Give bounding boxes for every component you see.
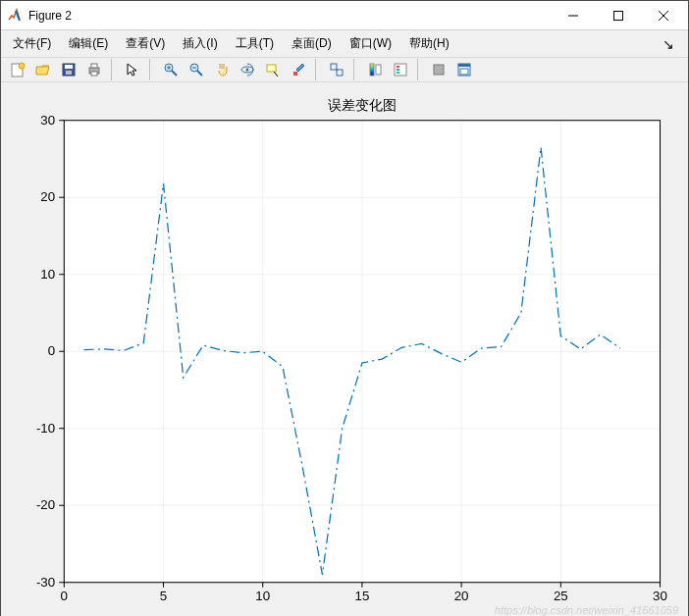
data-cursor-icon[interactable] xyxy=(261,58,285,81)
svg-text:-20: -20 xyxy=(36,497,55,512)
new-figure-icon[interactable] xyxy=(6,58,29,81)
svg-rect-27 xyxy=(376,65,381,75)
svg-rect-21 xyxy=(267,65,276,72)
menu-desktop[interactable]: 桌面(D) xyxy=(286,32,338,55)
svg-text:15: 15 xyxy=(355,589,370,603)
menu-window[interactable]: 窗口(W) xyxy=(344,32,398,55)
menu-edit[interactable]: 编辑(E) xyxy=(63,32,114,55)
close-button[interactable] xyxy=(641,1,686,30)
svg-rect-28 xyxy=(395,64,406,76)
brush-icon[interactable] xyxy=(287,58,310,81)
zoom-in-icon[interactable] xyxy=(159,58,183,81)
svg-text:20: 20 xyxy=(40,189,55,204)
svg-line-13 xyxy=(172,71,177,76)
menu-help[interactable]: 帮助(H) xyxy=(403,32,455,55)
toolbar-separator xyxy=(315,59,321,80)
minimize-button[interactable] xyxy=(551,1,596,30)
pointer-icon[interactable] xyxy=(121,58,144,81)
svg-text:30: 30 xyxy=(40,113,55,128)
svg-rect-32 xyxy=(434,65,444,75)
figure-window: Figure 2 文件(F) 编辑(E) 查看(V) 插入(I) 工具(T) 桌… xyxy=(0,0,689,616)
svg-rect-8 xyxy=(66,71,72,75)
svg-text:10: 10 xyxy=(255,589,270,603)
window-title: Figure 2 xyxy=(28,9,551,23)
toolbar-separator xyxy=(111,59,117,80)
insert-colorbar-icon[interactable] xyxy=(363,58,387,81)
svg-rect-26 xyxy=(370,64,374,76)
svg-text:30: 30 xyxy=(653,589,667,603)
open-icon[interactable] xyxy=(31,58,55,81)
svg-text:误差变化图: 误差变化图 xyxy=(328,97,397,113)
menu-insert[interactable]: 插入(I) xyxy=(177,32,223,55)
rotate-3d-icon[interactable] xyxy=(236,58,259,81)
toolbar-separator xyxy=(417,59,423,80)
svg-rect-1 xyxy=(614,11,623,20)
print-icon[interactable] xyxy=(82,58,106,81)
svg-point-20 xyxy=(246,69,249,72)
zoom-out-icon[interactable] xyxy=(185,58,208,81)
toolbar-separator xyxy=(353,59,359,80)
svg-rect-10 xyxy=(91,64,97,68)
svg-text:0: 0 xyxy=(48,343,55,358)
menu-overflow-icon[interactable]: ↘ xyxy=(655,36,682,52)
svg-text:25: 25 xyxy=(554,589,568,603)
link-icon[interactable] xyxy=(325,58,348,81)
title-bar: Figure 2 xyxy=(1,1,688,30)
dock-icon[interactable] xyxy=(452,58,476,81)
menu-tools[interactable]: 工具(T) xyxy=(230,32,280,55)
svg-rect-34 xyxy=(458,64,470,67)
menu-file[interactable]: 文件(F) xyxy=(7,32,57,55)
svg-line-25 xyxy=(336,69,338,71)
svg-text:-10: -10 xyxy=(36,421,55,436)
svg-text:10: 10 xyxy=(40,267,55,282)
axes-container[interactable]: 051015202530-30-20-100102030误差变化图 xyxy=(9,90,680,612)
hide-plot-tools-icon[interactable] xyxy=(427,58,450,81)
svg-rect-22 xyxy=(293,72,297,76)
svg-line-17 xyxy=(197,71,202,76)
svg-text:20: 20 xyxy=(454,589,469,603)
matlab-icon xyxy=(7,8,23,24)
svg-text:5: 5 xyxy=(160,589,167,603)
menu-view[interactable]: 查看(V) xyxy=(120,32,171,55)
svg-rect-11 xyxy=(91,72,97,76)
svg-text:-30: -30 xyxy=(36,575,55,590)
svg-text:0: 0 xyxy=(61,589,68,603)
menu-bar: 文件(F) 编辑(E) 查看(V) 插入(I) 工具(T) 桌面(D) 窗口(W… xyxy=(1,30,688,57)
svg-rect-7 xyxy=(65,65,73,69)
axes[interactable]: 051015202530-30-20-100102030误差变化图 xyxy=(9,90,680,612)
maximize-button[interactable] xyxy=(596,1,641,30)
pan-icon[interactable] xyxy=(210,58,234,81)
plot-canvas: 051015202530-30-20-100102030误差变化图 https:… xyxy=(1,82,688,616)
svg-point-5 xyxy=(19,63,25,69)
save-icon[interactable] xyxy=(57,58,80,81)
insert-legend-icon[interactable] xyxy=(389,58,412,81)
toolbar xyxy=(1,57,688,82)
toolbar-separator xyxy=(149,59,155,80)
